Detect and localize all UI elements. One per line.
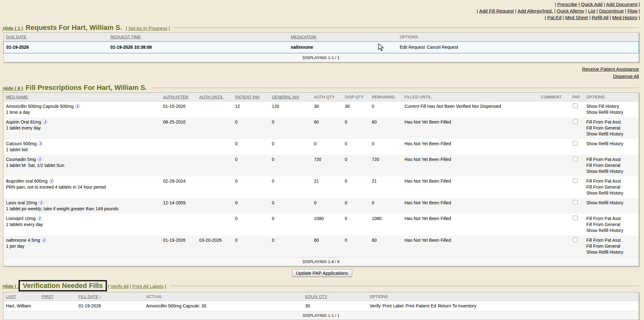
fill-from-pat-asst-link[interactable]: Fill From Pat Asst — [586, 178, 638, 184]
print-all-labels-link[interactable]: Print All Labels — [132, 284, 164, 289]
cancel-request-link[interactable]: Cancel Request — [427, 45, 458, 50]
receive-patient-assistance-link[interactable]: Receive Patient Assistance — [582, 66, 639, 72]
separator: | — [639, 15, 640, 20]
pap-checkbox[interactable] — [573, 200, 578, 205]
verification-row: Hart, William01-19-2026Amoxicillin 500mg… — [3, 301, 639, 311]
col-label-patient-inv: PATIENT INV — [235, 95, 260, 99]
col-med-name[interactable]: MED NAME — [3, 93, 161, 102]
med-history-link[interactable]: Med History — [612, 15, 637, 20]
separator: | — [604, 2, 605, 7]
quick-links-row-3: |Pat.Ed|Med Sheet|Refill All|Med History… — [0, 14, 640, 21]
return-to-inventory-link[interactable]: Return To Inventory — [438, 303, 476, 308]
fill-from-pat-asst-link[interactable]: Fill From Pat Asst — [586, 216, 638, 222]
edit-request-link[interactable]: Edit Request — [400, 45, 425, 50]
comment-cell — [538, 155, 570, 176]
request-row[interactable]: 01-19-202601-19-2026 10:38:08naltrexoneE… — [3, 41, 639, 53]
verify-link[interactable]: Verify — [370, 303, 381, 308]
med-info-icon[interactable]: i — [43, 119, 47, 124]
fill-options-cell: Show Refill History — [584, 139, 639, 155]
fill-prescription-row: Calcium 500mgi1 tablet bid00000Has Not Y… — [3, 139, 639, 155]
fill-from-general-link[interactable]: Fill From General — [586, 163, 638, 168]
requests-section: Hide ( 1 ) Requests For Hart, William S.… — [3, 24, 639, 62]
pap-cell — [570, 139, 584, 155]
pat-ed-link[interactable]: Pat.Ed — [547, 15, 561, 20]
col-medication[interactable]: MEDICATION — [288, 33, 397, 42]
pap-checkbox[interactable] — [573, 237, 578, 242]
show-refill-history-link[interactable]: Show Refill History — [586, 228, 638, 234]
add-document-link[interactable]: Add Document — [606, 2, 637, 7]
verify-all-link[interactable]: Verify All — [111, 284, 129, 289]
add-allergy-intol-link[interactable]: Add Allergy/Intol. — [518, 8, 553, 14]
col-patient-inv[interactable]: PATIENT INV — [233, 93, 269, 102]
requests-hide-link[interactable]: Hide ( 1 ) — [3, 25, 23, 31]
show-refill-history-link[interactable]: Show Refill History — [586, 190, 638, 196]
print-patient-ed-link[interactable]: Print Patient Ed — [405, 303, 436, 308]
pap-checkbox[interactable] — [573, 157, 578, 161]
med-info-icon[interactable]: i — [49, 179, 54, 183]
update-pap-applications-button[interactable]: Update PAP Applications — [292, 269, 352, 277]
set-as-in-progress-link[interactable]: Set As In Progress — [128, 25, 167, 31]
print-label-link[interactable]: Print Label — [383, 303, 404, 308]
med-sheet-link[interactable]: Med Sheet — [565, 15, 588, 20]
med-info-icon[interactable]: i — [37, 157, 42, 162]
side-link-row: Dispense All — [0, 73, 639, 80]
show-refill-history-link[interactable]: Show Refill History — [586, 131, 638, 137]
fill-from-general-link[interactable]: Fill From General — [586, 184, 638, 190]
med-info-icon[interactable]: i — [39, 200, 43, 205]
pap-checkbox[interactable] — [573, 103, 578, 108]
col-options: OPTIONS — [584, 93, 639, 102]
fill-from-pat-asst-link[interactable]: Fill From Pat Asst — [586, 157, 638, 163]
col-auth-until[interactable]: AUTH UNTIL — [197, 93, 233, 102]
fills-hide-link[interactable]: Hide ( 8 ) — [3, 86, 23, 91]
discontinue-link[interactable]: Discontinue — [599, 8, 624, 14]
fill-from-general-link[interactable]: Fill From General — [586, 222, 638, 228]
prescribe-link[interactable]: Prescribe — [557, 2, 577, 7]
pap-checkbox[interactable] — [573, 119, 578, 124]
fill-from-pat-asst-link[interactable]: Fill From Pat Asst — [586, 119, 638, 125]
fill-prescription-row: ibuprofen oral 600mgiPRN pain, not to ex… — [3, 176, 639, 198]
auth-after-cell — [161, 214, 197, 235]
col-fill-date[interactable]: FILL DATE↓ — [76, 292, 144, 301]
med-info-icon[interactable]: i — [38, 141, 43, 146]
refill-all-link[interactable]: Refill All — [592, 15, 608, 20]
med-info-icon[interactable]: i — [42, 238, 46, 242]
show-fill-history-link[interactable]: Show Fill History — [586, 103, 638, 109]
fills-section-title: Fill Prescriptions For Hart, William S. — [25, 84, 147, 92]
quick-add-link[interactable]: Quick Add — [581, 2, 602, 7]
verification-options-cell: VerifyPrint LabelPrint Patient EdReturn … — [367, 301, 639, 311]
show-refill-history-link[interactable]: Show Refill History — [586, 249, 638, 255]
med-sig: 1 time a day — [6, 109, 159, 115]
med-info-icon[interactable]: i — [37, 216, 42, 221]
show-refill-history-link[interactable]: Show Refill History — [586, 200, 638, 206]
med-name: Amoxicillin 500mg Capsule 500mg — [6, 104, 74, 109]
fill-from-general-link[interactable]: Fill From General — [586, 243, 638, 249]
auth-after-cell — [161, 155, 197, 176]
pap-checkbox[interactable] — [573, 141, 578, 146]
show-refill-history-link[interactable]: Show Refill History — [586, 168, 638, 174]
fill-from-pat-asst-link[interactable]: Fill From Pat Asst — [586, 237, 638, 243]
col-equiv-qty[interactable]: EQUIV QTY — [303, 292, 367, 301]
disp-qty-cell: 0 — [342, 176, 369, 198]
list-link[interactable]: List — [588, 8, 595, 14]
med-name-line: Calcium 500mgi — [6, 141, 159, 147]
col-first[interactable]: FIRST — [39, 292, 76, 301]
show-refill-history-link[interactable]: Show Refill History — [586, 141, 638, 147]
col-auth-after[interactable]: AUTH AFTER — [161, 93, 197, 102]
show-refill-history-link[interactable]: Show Refill History — [586, 109, 638, 115]
add-fill-request-link[interactable]: Add Fill Request — [479, 8, 514, 14]
med-info-icon[interactable]: i — [75, 104, 80, 108]
pap-checkbox[interactable] — [573, 178, 578, 183]
dispense-all-link[interactable]: Dispense All — [613, 74, 639, 79]
col-label-equiv-qty: EQUIV QTY — [305, 294, 328, 299]
fill-prescriptions-table: MED NAMEAUTH AFTERAUTH UNTILPATIENT INVG… — [3, 92, 639, 266]
col-request-time[interactable]: REQUEST TIME — [108, 33, 288, 42]
col-label-auth-after: AUTH AFTER — [163, 95, 189, 99]
fill-from-general-link[interactable]: Fill From General — [586, 125, 638, 131]
col-last[interactable]: LAST — [3, 292, 39, 301]
col-due-date[interactable]: DUE DATE — [3, 33, 108, 42]
col-general-inv[interactable]: GENERAL INV — [269, 93, 312, 102]
flow-link[interactable]: Flow — [627, 8, 637, 14]
requests-displaying: DISPLAYING 1-1 / 1 — [3, 53, 639, 62]
quick-allergy-link[interactable]: Quick Allergy — [557, 8, 584, 14]
pap-checkbox[interactable] — [573, 216, 578, 220]
